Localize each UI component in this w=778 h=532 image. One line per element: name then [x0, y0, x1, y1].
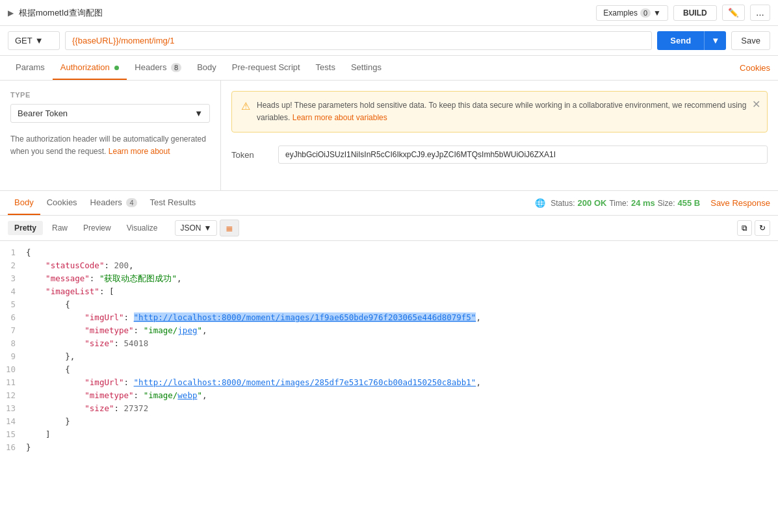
examples-count: 0 — [640, 8, 651, 18]
url-input[interactable] — [65, 31, 652, 50]
type-dropdown-arrow: ▼ — [194, 108, 203, 118]
wrap-button[interactable]: ≣ — [220, 220, 239, 236]
code-line-6: 6 "imgUrl": "http://localhost:8000/momen… — [0, 311, 778, 324]
copy-button[interactable]: ⧉ — [737, 220, 752, 236]
format-tab-pretty[interactable]: Pretty — [8, 221, 43, 235]
code-line-1: 1 { — [0, 246, 778, 259]
build-button[interactable]: BUILD — [673, 5, 717, 21]
examples-dropdown-icon: ▼ — [653, 8, 661, 18]
warning-text: Heads up! These parameters hold sensitiv… — [257, 99, 758, 124]
code-line-7: 7 "mimetype": "image/jpeg", — [0, 324, 778, 337]
format-type-select[interactable]: JSON ▼ — [175, 220, 218, 236]
token-label: Token — [231, 150, 270, 160]
edit-icon-button[interactable]: ✏️ — [722, 5, 745, 21]
pencil-icon: ✏️ — [728, 8, 739, 18]
code-view: 1 { 2 "statusCode": 200, 3 "message": "获… — [0, 241, 778, 459]
refresh-icon: ↻ — [759, 223, 766, 233]
warning-close-button[interactable]: ✕ — [752, 98, 760, 110]
auth-active-dot — [114, 66, 119, 70]
code-line-9: 9 }, — [0, 350, 778, 363]
time-value: 24 ms — [631, 198, 655, 208]
warning-learn-link[interactable]: Learn more about variables — [292, 113, 387, 122]
time-label: Time: — [609, 199, 629, 208]
status-value: 200 OK — [578, 198, 607, 208]
tab-settings[interactable]: Settings — [343, 56, 389, 80]
tab-authorization[interactable]: Authorization — [53, 56, 127, 80]
auth-left-panel: TYPE Bearer Token ▼ The authorization he… — [0, 81, 221, 190]
globe-icon[interactable]: 🌐 — [535, 198, 545, 208]
more-icon: … — [756, 8, 764, 18]
examples-button[interactable]: Examples 0 ▼ — [596, 5, 668, 21]
code-line-16: 16 } — [0, 441, 778, 454]
code-line-3: 3 "message": "获取动态配图成功", — [0, 272, 778, 285]
status-label: Status: — [551, 199, 575, 208]
response-tabs-bar: Body Cookies Headers 4 Test Results 🌐 St… — [0, 191, 778, 216]
tab-params[interactable]: Params — [8, 56, 53, 80]
send-dropdown-arrow[interactable]: ▼ — [704, 31, 726, 50]
copy-icon: ⧉ — [742, 223, 747, 233]
format-tab-raw[interactable]: Raw — [45, 221, 74, 235]
format-select-arrow: ▼ — [204, 223, 212, 233]
send-button-group: Send ▼ — [657, 31, 726, 50]
code-line-12: 12 "mimetype": "image/webp", — [0, 389, 778, 402]
expand-arrow-icon[interactable]: ▶ — [8, 8, 14, 18]
warning-icon: ⚠ — [241, 100, 250, 112]
format-tab-visualize[interactable]: Visualize — [120, 221, 164, 235]
type-label: TYPE — [10, 91, 210, 99]
headers-badge: 8 — [171, 63, 181, 72]
auth-description: The authorization header will be automat… — [10, 133, 210, 158]
size-value: 455 B — [678, 198, 701, 208]
request-tabs: Params Authorization Headers 8 Body Pre-… — [0, 56, 778, 81]
response-tab-headers[interactable]: Headers 4 — [84, 191, 144, 215]
url-bar: GET ▼ Send ▼ Save — [0, 26, 778, 56]
response-tab-body[interactable]: Body — [8, 191, 40, 215]
tab-headers[interactable]: Headers 8 — [127, 56, 189, 80]
size-label: Size: — [658, 199, 675, 208]
examples-label: Examples — [603, 8, 638, 18]
top-bar: ▶ 根据mometId查询配图 Examples 0 ▼ BUILD ✏️ … — [0, 0, 778, 26]
code-line-14: 14 } — [0, 415, 778, 428]
format-tab-preview[interactable]: Preview — [77, 221, 118, 235]
code-line-5: 5 { — [0, 298, 778, 311]
cookies-link[interactable]: Cookies — [740, 57, 770, 79]
bearer-token-select[interactable]: Bearer Token ▼ — [10, 104, 210, 123]
method-value: GET — [15, 36, 32, 45]
code-line-11: 11 "imgUrl": "http://localhost:8000/mome… — [0, 376, 778, 389]
token-input[interactable] — [278, 146, 768, 164]
learn-more-link[interactable]: Learn more about — [109, 147, 170, 156]
code-line-4: 4 "imageList": [ — [0, 285, 778, 298]
tab-tests[interactable]: Tests — [308, 56, 343, 80]
response-status-bar: 🌐 Status: 200 OK Time: 24 ms Size: 455 B… — [535, 198, 770, 208]
code-line-10: 10 { — [0, 363, 778, 376]
save-button[interactable]: Save — [731, 31, 770, 50]
send-button[interactable]: Send — [657, 31, 704, 50]
tab-body[interactable]: Body — [189, 56, 224, 80]
auth-content-area: TYPE Bearer Token ▼ The authorization he… — [0, 81, 778, 191]
save-response-button[interactable]: Save Response — [710, 198, 770, 208]
response-body: 1 { 2 "statusCode": 200, 3 "message": "获… — [0, 241, 778, 475]
code-action-buttons: ⧉ ↻ — [737, 220, 770, 236]
auth-right-panel: ⚠ Heads up! These parameters hold sensit… — [221, 81, 778, 190]
code-line-2: 2 "statusCode": 200, — [0, 259, 778, 272]
response-tab-cookies[interactable]: Cookies — [40, 191, 84, 215]
code-line-15: 15 ] — [0, 428, 778, 441]
warning-banner: ⚠ Heads up! These parameters hold sensit… — [231, 91, 768, 133]
clear-button[interactable]: ↻ — [755, 220, 770, 236]
token-row: Token — [231, 146, 768, 164]
top-bar-actions: Examples 0 ▼ BUILD ✏️ … — [596, 5, 770, 21]
tab-prerequest[interactable]: Pre-request Script — [224, 56, 308, 80]
response-tab-test-results[interactable]: Test Results — [144, 191, 203, 215]
code-line-13: 13 "size": 27372 — [0, 402, 778, 415]
method-dropdown[interactable]: GET ▼ — [8, 31, 60, 50]
request-title: 根据mometId查询配图 — [19, 7, 596, 19]
format-bar: Pretty Raw Preview Visualize JSON ▼ ≣ ⧉ … — [0, 216, 778, 241]
more-options-button[interactable]: … — [750, 5, 770, 21]
method-dropdown-arrow: ▼ — [35, 36, 44, 45]
response-headers-badge: 4 — [126, 198, 136, 207]
code-line-8: 8 "size": 54018 — [0, 337, 778, 350]
